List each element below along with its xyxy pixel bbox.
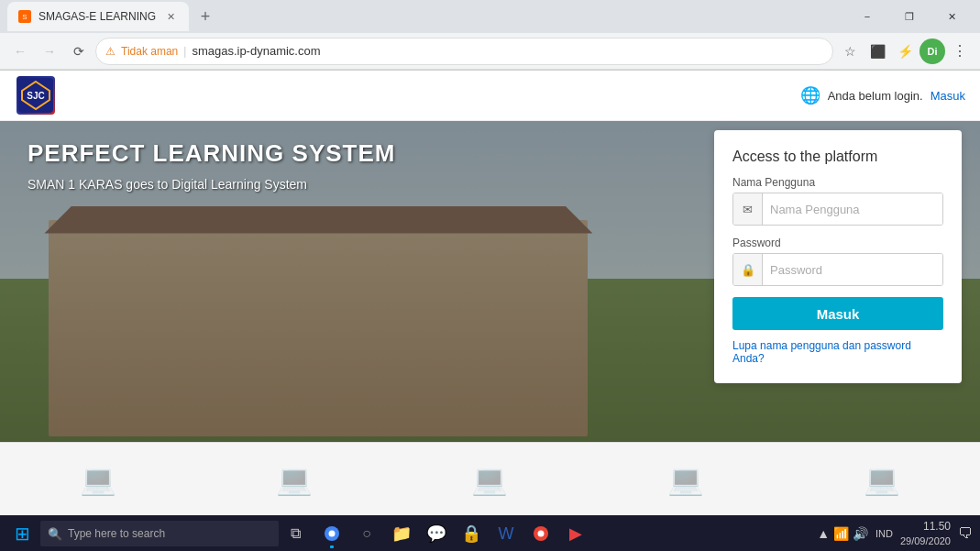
close-button[interactable]: ✕ — [930, 0, 973, 33]
clock-time: 11.50 — [900, 520, 951, 534]
site-header-right: 🌐 Anda belum login. Masuk — [800, 85, 965, 105]
tab-title: SMAGAS-E LEARNING — [39, 10, 156, 23]
taskbar-right: ▲ 📶 🔊 IND 11.50 29/09/2020 🗨 — [817, 520, 973, 547]
menu-button[interactable]: ⋮ — [947, 39, 973, 64]
back-button[interactable]: ← — [7, 39, 33, 64]
search-icon: 🔍 — [48, 527, 62, 541]
laptop-icon-5: 💻 — [864, 462, 900, 497]
hero-section: PERFECT LEARNING SYSTEM SMAN 1 KARAS goe… — [0, 121, 980, 515]
nav-actions: ☆ ⬛ ⚡ Di ⋮ — [837, 39, 973, 64]
logo-shape: SJC — [17, 76, 55, 115]
site-header: SJC 🌐 Anda belum login. Masuk — [0, 71, 980, 121]
carousel-item-3: 💻 — [471, 462, 508, 497]
laptop-icon-2: 💻 — [276, 462, 313, 497]
globe-icon: 🌐 — [800, 85, 820, 105]
taskbar-security-app[interactable]: 🔒 — [455, 517, 488, 550]
hero-title: PERFECT LEARNING SYSTEM — [28, 139, 395, 168]
minimize-button[interactable]: − — [846, 0, 888, 33]
active-tab[interactable]: S SMAGAS-E LEARNING ✕ — [7, 2, 189, 31]
profile-button[interactable]: Di — [919, 39, 945, 64]
email-icon: ✉ — [733, 193, 763, 225]
reload-button[interactable]: ⟳ — [66, 39, 92, 64]
window-controls: − ❐ ✕ — [846, 0, 973, 33]
site-logo: SJC — [15, 75, 56, 116]
laptop-icon-3: 💻 — [471, 462, 508, 497]
taskbar-apps: ○ 📁 💬 🔒 W ▶ — [315, 517, 592, 550]
password-input-wrapper: 🔒 — [732, 253, 943, 286]
masuk-button[interactable]: Masuk — [732, 297, 943, 330]
login-panel: Access to the platform Nama Pengguna ✉ P… — [714, 130, 962, 383]
forgot-password-link[interactable]: Lupa nama pengguna dan password Anda? — [732, 339, 943, 365]
extensions-button[interactable]: ⬛ — [864, 39, 890, 64]
start-button[interactable]: ⊞ — [7, 519, 37, 548]
new-tab-button[interactable]: + — [193, 4, 218, 29]
svg-point-4 — [329, 531, 336, 537]
wifi-icon[interactable]: 📶 — [833, 526, 849, 541]
carousel-section: 💻 💻 💻 💻 💻 — [0, 442, 980, 515]
svg-point-6 — [538, 531, 545, 537]
logo-svg: SJC — [18, 78, 53, 113]
url-text: smagas.ip-dynamic.com — [192, 44, 320, 58]
taskbar-system-icons: ▲ 📶 🔊 — [817, 526, 868, 541]
website-content: SJC 🌐 Anda belum login. Masuk PERFECT — [0, 71, 980, 515]
password-form-group: Password 🔒 — [732, 237, 943, 286]
taskbar-clock[interactable]: 11.50 29/09/2020 — [900, 520, 951, 547]
username-input[interactable] — [763, 193, 942, 225]
login-panel-title: Access to the platform — [732, 149, 943, 165]
taskbar-search[interactable]: 🔍 Type here to search — [40, 521, 279, 546]
warning-text: Tidak aman — [121, 45, 178, 58]
task-view-button[interactable]: ⧉ — [282, 521, 308, 546]
header-status: Anda belum login. — [828, 89, 923, 103]
clock-date: 29/09/2020 — [900, 534, 951, 547]
network-icon[interactable]: ▲ — [817, 526, 830, 541]
taskbar-chrome2-app[interactable] — [524, 517, 557, 550]
taskbar-word-app[interactable]: W — [490, 517, 523, 550]
laptop-icon-4: 💻 — [667, 462, 704, 497]
taskbar-media-app[interactable]: ▶ — [559, 517, 592, 550]
header-login-link[interactable]: Masuk — [930, 89, 965, 103]
tab-bar: S SMAGAS-E LEARNING ✕ + − ❐ ✕ — [0, 0, 980, 33]
notification-button[interactable]: 🗨 — [958, 525, 973, 542]
taskbar-explorer-app[interactable]: 📁 — [385, 517, 418, 550]
lock-icon: 🔒 — [733, 254, 763, 285]
password-input[interactable] — [763, 254, 942, 285]
bookmark-button[interactable]: ☆ — [837, 39, 863, 64]
carousel-item-5: 💻 — [864, 462, 900, 497]
carousel-item-1: 💻 — [80, 462, 116, 497]
taskbar-cortana-app[interactable]: ○ — [350, 517, 383, 550]
nav-bar: ← → ⟳ ⚠ Tidak aman | smagas.ip-dynamic.c… — [0, 33, 980, 70]
password-label: Password — [732, 237, 943, 249]
hero-text-block: PERFECT LEARNING SYSTEM SMAN 1 KARAS goe… — [28, 139, 395, 192]
security-icon: ⚠ — [105, 45, 116, 58]
profile-extensions[interactable]: ⚡ — [892, 39, 918, 64]
sound-icon[interactable]: 🔊 — [853, 526, 868, 541]
svg-text:SJC: SJC — [27, 91, 44, 101]
maximize-button[interactable]: ❐ — [888, 0, 930, 33]
taskbar: ⊞ 🔍 Type here to search ⧉ ○ 📁 💬 🔒 W ▶ — [0, 515, 980, 551]
hero-subtitle: SMAN 1 KARAS goes to Digital Learning Sy… — [28, 177, 394, 192]
forward-button[interactable]: → — [37, 39, 62, 64]
taskbar-whatsapp-app[interactable]: 💬 — [420, 517, 453, 550]
tab-close-button[interactable]: ✕ — [163, 9, 178, 24]
laptop-icon-1: 💻 — [80, 462, 116, 497]
carousel-item-4: 💻 — [667, 462, 704, 497]
language-indicator: IND — [875, 528, 893, 539]
search-placeholder: Type here to search — [68, 527, 165, 540]
username-input-wrapper: ✉ — [732, 193, 943, 226]
taskbar-chrome-app[interactable] — [315, 517, 348, 550]
browser-chrome: S SMAGAS-E LEARNING ✕ + − ❐ ✕ ← → ⟳ ⚠ Ti… — [0, 0, 980, 71]
username-label: Nama Pengguna — [732, 176, 943, 189]
username-form-group: Nama Pengguna ✉ — [732, 176, 943, 226]
address-bar[interactable]: ⚠ Tidak aman | smagas.ip-dynamic.com — [95, 38, 833, 65]
tab-favicon: S — [18, 10, 31, 23]
carousel-item-2: 💻 — [276, 462, 313, 497]
